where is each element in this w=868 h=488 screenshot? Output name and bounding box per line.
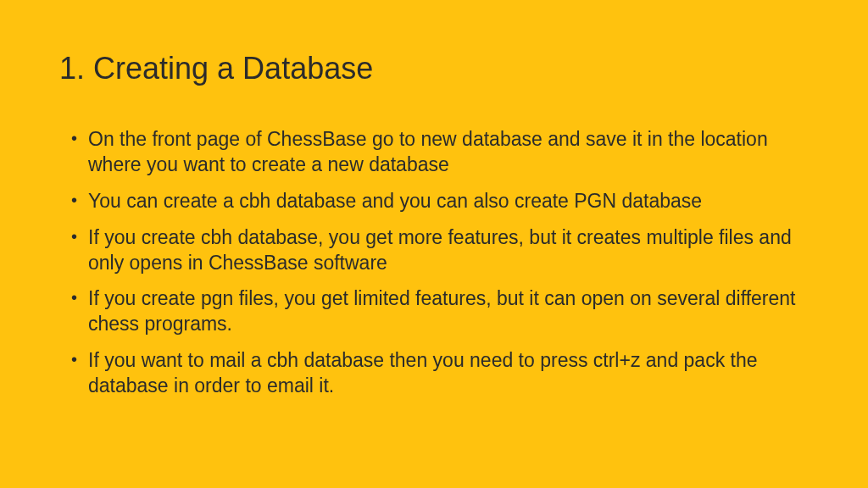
- list-item: You can create a cbh database and you ca…: [75, 189, 809, 214]
- list-item: If you create cbh database, you get more…: [75, 225, 809, 276]
- list-item: On the front page of ChessBase go to new…: [75, 127, 809, 178]
- list-item: If you want to mail a cbh database then …: [75, 348, 809, 399]
- slide-title: 1. Creating a Database: [59, 51, 809, 86]
- list-item: If you create pgn files, you get limited…: [75, 286, 809, 337]
- bullet-list: On the front page of ChessBase go to new…: [59, 127, 809, 399]
